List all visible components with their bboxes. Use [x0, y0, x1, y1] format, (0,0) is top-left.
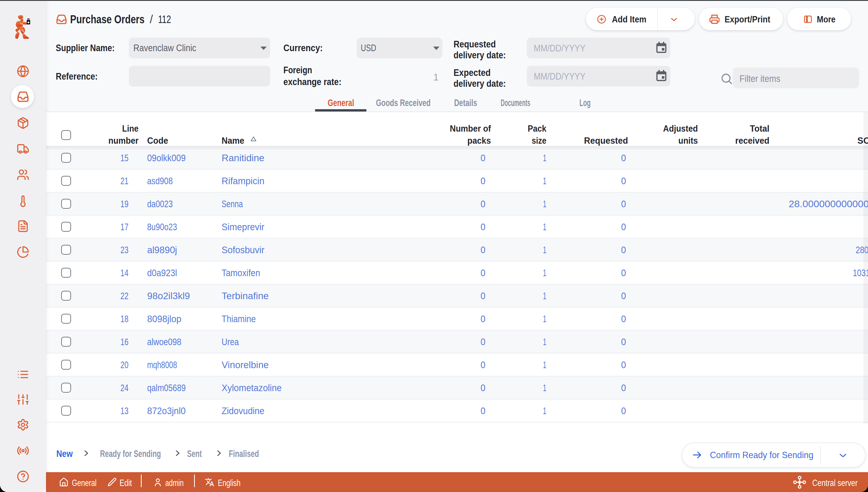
svg-text:mqh8008: mqh8008 [147, 360, 177, 370]
svg-text:0: 0 [480, 199, 486, 209]
svg-text:Ranitidine: Ranitidine [222, 153, 265, 163]
svg-text:0: 0 [621, 314, 626, 324]
svg-text:asd908: asd908 [147, 176, 173, 186]
svg-text:112: 112 [158, 14, 171, 25]
svg-text:Currency:: Currency: [283, 43, 323, 53]
svg-text:Add Item: Add Item [612, 14, 646, 24]
svg-text:8u90o23: 8u90o23 [147, 222, 177, 232]
svg-text:number: number [108, 136, 139, 146]
svg-text:0: 0 [480, 337, 486, 347]
svg-text:0: 0 [621, 222, 626, 232]
svg-text:98o2il3kl9: 98o2il3kl9 [147, 291, 190, 301]
svg-text:delivery date:: delivery date: [453, 78, 506, 89]
svg-text:Rifampicin: Rifampicin [222, 176, 265, 186]
svg-text:New: New [56, 448, 73, 459]
svg-text:0: 0 [621, 360, 626, 370]
svg-text:Ravenclaw Clinic: Ravenclaw Clinic [133, 43, 196, 53]
svg-text:packs: packs [467, 136, 491, 146]
svg-text:1: 1 [543, 314, 546, 324]
svg-text:19: 19 [120, 199, 128, 209]
svg-text:20: 20 [120, 360, 128, 370]
svg-text:da0023: da0023 [147, 199, 173, 209]
svg-text:Ready for Sending: Ready for Sending [100, 448, 161, 459]
svg-text:0: 0 [621, 383, 626, 393]
svg-text:09olkk009: 09olkk009 [147, 153, 186, 163]
svg-text:delivery date:: delivery date: [453, 50, 506, 60]
svg-text:23: 23 [120, 245, 128, 255]
svg-text:0: 0 [480, 268, 486, 278]
svg-text:Senna: Senna [222, 199, 243, 209]
svg-text:units: units [678, 136, 698, 146]
svg-text:/: / [150, 13, 153, 26]
svg-text:Requested: Requested [584, 136, 628, 146]
svg-text:0: 0 [480, 360, 486, 370]
svg-text:Supplier Name:: Supplier Name: [56, 43, 115, 53]
svg-text:size: size [532, 136, 546, 146]
svg-text:admin: admin [165, 478, 184, 488]
svg-text:Goods Received: Goods Received [376, 97, 430, 108]
svg-text:8098jlop: 8098jlop [147, 314, 181, 324]
svg-text:0: 0 [621, 405, 626, 416]
svg-text:Requested: Requested [453, 39, 496, 49]
svg-text:13: 13 [120, 405, 128, 416]
svg-text:Urea: Urea [222, 337, 239, 347]
svg-text:Thiamine: Thiamine [222, 314, 256, 324]
svg-text:Details: Details [454, 97, 477, 108]
svg-text:2800000000: 2800000000 [855, 245, 868, 255]
svg-text:0: 0 [480, 153, 486, 163]
svg-text:MM/DD/YYYY: MM/DD/YYYY [534, 71, 586, 82]
svg-text:Number of: Number of [450, 124, 491, 133]
svg-text:Vinorelbine: Vinorelbine [222, 360, 269, 370]
svg-text:Simeprevir: Simeprevir [222, 222, 265, 232]
svg-text:21: 21 [120, 176, 128, 186]
svg-text:17: 17 [120, 222, 128, 232]
svg-text:Finalised: Finalised [229, 448, 259, 459]
svg-text:1: 1 [543, 405, 546, 416]
svg-text:0: 0 [480, 291, 486, 301]
svg-text:Sofosbuvir: Sofosbuvir [222, 245, 265, 255]
svg-text:Confirm Ready for Sending: Confirm Ready for Sending [710, 450, 813, 460]
svg-text:1: 1 [543, 199, 546, 209]
svg-text:Filter items: Filter items [740, 73, 780, 84]
svg-text:1: 1 [543, 176, 546, 186]
svg-text:0: 0 [621, 268, 626, 278]
svg-text:1: 1 [543, 245, 546, 255]
svg-text:Purchase Orders: Purchase Orders [70, 13, 145, 26]
svg-text:qalm05689: qalm05689 [147, 383, 186, 393]
svg-text:Central server: Central server [812, 478, 858, 488]
svg-text:0: 0 [621, 199, 626, 209]
svg-text:Code: Code [147, 136, 168, 146]
svg-text:0: 0 [480, 383, 486, 393]
svg-text:0: 0 [621, 153, 626, 163]
svg-text:MM/DD/YYYY: MM/DD/YYYY [534, 43, 586, 53]
svg-text:18: 18 [120, 314, 128, 324]
svg-text:Total: Total [750, 124, 769, 133]
svg-text:0: 0 [480, 245, 486, 255]
svg-text:1: 1 [543, 222, 546, 232]
svg-text:0: 0 [480, 405, 486, 416]
svg-text:1: 1 [433, 72, 439, 82]
svg-text:Sent: Sent [187, 448, 202, 459]
svg-text:1: 1 [543, 153, 546, 163]
svg-text:Export/Print: Export/Print [725, 14, 770, 24]
svg-text:0: 0 [480, 176, 486, 186]
svg-text:Name: Name [222, 136, 244, 146]
svg-text:Line: Line [122, 124, 139, 133]
svg-text:More: More [817, 14, 836, 24]
svg-text:received: received [735, 136, 769, 146]
svg-text:USD: USD [361, 43, 376, 53]
svg-text:22: 22 [120, 291, 128, 301]
svg-text:0: 0 [480, 222, 486, 232]
svg-text:Log: Log [579, 97, 591, 108]
svg-text:exchange rate:: exchange rate: [283, 76, 342, 87]
svg-text:Documents: Documents [501, 97, 530, 108]
svg-text:SOH: SOH [858, 136, 868, 146]
svg-text:1: 1 [543, 383, 546, 393]
svg-text:1: 1 [543, 268, 546, 278]
svg-text:Reference:: Reference: [56, 71, 98, 82]
svg-text:1: 1 [543, 337, 546, 347]
svg-text:Adjusted: Adjusted [663, 124, 698, 133]
svg-text:al9890j: al9890j [147, 245, 177, 255]
svg-text:alwoe098: alwoe098 [147, 337, 181, 347]
svg-text:0: 0 [621, 245, 626, 255]
